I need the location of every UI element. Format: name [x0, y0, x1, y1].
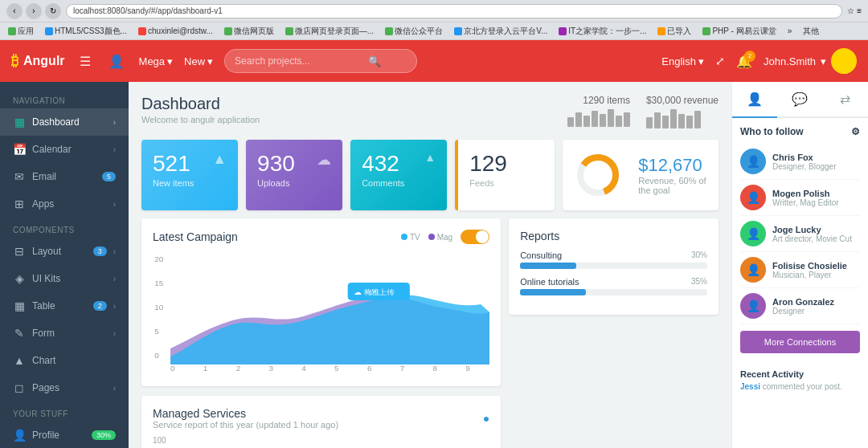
recent-user: Jessi: [740, 382, 760, 391]
sidebar-label: Profile: [32, 430, 85, 441]
new-dropdown[interactable]: New ▾: [184, 55, 213, 67]
menu-icon[interactable]: ≡: [857, 6, 862, 15]
sidebar-item-pages[interactable]: ◻ Pages ›: [0, 374, 129, 401]
bar: [567, 117, 574, 127]
bookmark-wechat[interactable]: 微信网页版: [221, 25, 277, 38]
bookmark-other[interactable]: 其他: [800, 25, 822, 38]
navigation-section-label: Navigation: [0, 88, 129, 108]
menu-toggle-icon[interactable]: ☰: [76, 51, 94, 72]
search-icon: 🔍: [368, 55, 381, 67]
bookmark-apps[interactable]: 应用: [5, 25, 37, 38]
notification-button[interactable]: 🔔 2: [736, 54, 752, 69]
campaign-toggle[interactable]: [461, 230, 489, 244]
sidebar-item-email[interactable]: ✉ Email 5: [0, 163, 129, 190]
sidebar-item-apps[interactable]: ⊞ Apps ›: [0, 190, 129, 218]
sidebar-item-form[interactable]: ✎ Form ›: [0, 320, 129, 347]
new-chevron-icon: ▾: [207, 55, 213, 67]
bk-dot: [454, 27, 462, 35]
svg-point-0: [838, 52, 850, 63]
bookmark-php[interactable]: PHP - 网易云课堂: [699, 25, 779, 38]
sidebar-item-dashboard[interactable]: ▦ Dashboard ›: [0, 108, 129, 136]
mini-chart-bars: [646, 109, 719, 128]
bar: [670, 109, 677, 128]
mega-dropdown[interactable]: Mega ▾: [139, 55, 174, 67]
widget-value: 521: [153, 151, 194, 177]
sidebar-item-uikits[interactable]: ◈ UI Kits ›: [0, 265, 129, 292]
bar: [616, 116, 622, 127]
rpanel-tab-connect[interactable]: ⇄: [823, 82, 868, 116]
forward-button[interactable]: ›: [26, 3, 42, 19]
donut-chart: [574, 151, 622, 199]
bar: [583, 116, 590, 127]
bk-dot: [285, 27, 293, 35]
bookmark-shop[interactable]: 微店网页登录页面—...: [282, 25, 377, 38]
rpanel-tab-user[interactable]: 👤: [732, 82, 777, 118]
follow-name: Chris Fox: [772, 153, 837, 162]
language-chevron-icon: ▾: [698, 55, 704, 67]
bar: [654, 112, 661, 128]
search-box[interactable]: 🔍: [224, 49, 417, 73]
apps-icon: ⊞: [13, 198, 26, 210]
sidebar-label: Apps: [32, 198, 107, 210]
language-button[interactable]: English ▾: [661, 55, 704, 67]
sidebar-item-calendar[interactable]: 📅 Calendar ›: [0, 136, 129, 163]
bar: [600, 114, 606, 127]
sidebar-item-chart[interactable]: ▲ Chart: [0, 347, 129, 374]
follow-role: Designer, Blogger: [772, 162, 837, 171]
content-area: Dashboard Welcome to angulr application …: [129, 82, 731, 448]
report-pct: 30%: [691, 250, 707, 260]
bookmark-wxgzp[interactable]: 微信公众平台: [382, 25, 446, 38]
expand-button[interactable]: ⤢: [715, 55, 725, 67]
refresh-button[interactable]: ↻: [45, 3, 61, 19]
dashboard-title-block: Dashboard Welcome to angulr application: [141, 95, 260, 124]
follow-name: Folisise Chosielie: [772, 261, 847, 271]
svg-text:0: 0: [170, 364, 175, 372]
bookmark-chuxin[interactable]: chuxinlei@rdstw...: [135, 26, 216, 36]
star-icon[interactable]: ☆: [847, 6, 854, 15]
left-lower: Latest Campaign TV Mag: [141, 218, 501, 448]
follow-info: Aron Gonzalez Designer: [772, 297, 834, 316]
bookmark-imported[interactable]: 已导入: [654, 25, 694, 38]
avatar: 👤: [740, 221, 766, 246]
follow-item-joge: 👤 Joge Lucky Art director, Movie Cut: [740, 216, 860, 252]
avatar: 👤: [740, 293, 766, 319]
bookmark-html5[interactable]: HTML5/CSS3颜色...: [42, 25, 130, 38]
bookmark-jbf[interactable]: 京北方登录入云平台V...: [451, 25, 551, 38]
sidebar-item-layout[interactable]: ⊟ Layout 3 ›: [0, 238, 129, 265]
arrow-up-icon: ▲: [424, 151, 436, 164]
follow-name: Mogen Polish: [772, 189, 839, 198]
report-name: Online tutorials: [520, 277, 579, 287]
svg-text:2: 2: [236, 364, 241, 372]
rpanel-tab-chat[interactable]: 💬: [777, 82, 822, 116]
recent-activity-title: Recent Activity: [732, 369, 868, 379]
section-title-label: Who to follow: [740, 126, 804, 137]
mega-label: Mega: [139, 55, 166, 67]
uikits-icon: ◈: [13, 272, 26, 285]
address-bar[interactable]: localhost:8080/sandy/#/app/dashboard-v1: [66, 4, 842, 18]
bk-dot: [45, 27, 53, 35]
sidebar-item-table[interactable]: ▦ Table 2 ›: [0, 292, 129, 320]
settings-icon[interactable]: ⚙: [851, 126, 860, 137]
revenue-label: Revenue, 60% of the goal: [638, 176, 707, 195]
chevron-icon: ›: [113, 145, 116, 154]
email-badge: 5: [102, 172, 116, 181]
managed-title-block: Managed Services Service report of this …: [153, 407, 338, 430]
user-nav-icon[interactable]: 👤: [105, 51, 128, 72]
more-connections-button[interactable]: More Connections: [740, 331, 860, 353]
components-section-label: Components: [0, 218, 129, 238]
bookmark-more[interactable]: »: [784, 26, 796, 36]
follow-role: Designer: [772, 307, 834, 316]
chevron-icon: ›: [113, 329, 116, 338]
brand-icon: ₿: [11, 53, 18, 70]
sidebar-item-profile[interactable]: 👤 Profile 30%: [0, 422, 129, 448]
top-navbar: ₿ Angulr ☰ 👤 Mega ▾ New ▾ 🔍 English ▾ ⤢ …: [0, 40, 868, 82]
managed-chart-labels: 100: [153, 436, 489, 445]
back-button[interactable]: ‹: [6, 3, 23, 19]
browser-bar: ‹ › ↻ localhost:8080/sandy/#/app/dashboa…: [0, 0, 868, 22]
widget-value: 930: [257, 151, 295, 177]
search-input[interactable]: [235, 55, 363, 67]
user-info[interactable]: John.Smith ▾: [764, 48, 857, 74]
legend-dot: [428, 234, 435, 240]
bookmark-it[interactable]: IT之家学院：一步一...: [555, 25, 649, 38]
svg-text:4: 4: [301, 364, 306, 372]
